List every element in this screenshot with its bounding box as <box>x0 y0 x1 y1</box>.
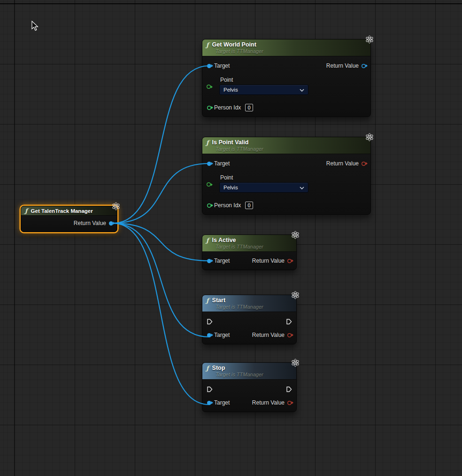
person-idx-input[interactable]: 0 <box>245 202 253 209</box>
wire-to-is-point-valid <box>113 164 209 223</box>
return-value-pin-label: Return Value <box>252 332 285 338</box>
wire-to-get-world-point <box>113 66 209 223</box>
node-get-world-point[interactable]: ƒ Get World Point Target is TTManager Ta… <box>202 39 371 117</box>
node-subtitle: Target is TTManager <box>216 244 293 250</box>
return-value-pin-label: Return Value <box>326 160 359 167</box>
node-header: ƒ Stop Target is TTManager <box>202 363 296 380</box>
target-pin-label: Target <box>214 332 230 338</box>
target-pin-label: Target <box>214 258 230 264</box>
wire-to-is-active <box>113 223 209 261</box>
function-icon: ƒ <box>206 140 209 146</box>
node-title: Stop <box>212 365 225 371</box>
return-value-output-pin[interactable] <box>362 64 366 68</box>
node-header: ƒ Is Point Valid Target is TTManager <box>202 137 370 154</box>
target-input-pin[interactable] <box>207 64 211 68</box>
point-dropdown[interactable]: Pelvis <box>219 182 308 193</box>
target-pin-label: Target <box>214 399 230 406</box>
chevron-down-icon <box>300 185 304 190</box>
target-pin-label: Target <box>214 62 230 69</box>
return-value-output-pin[interactable] <box>287 259 292 263</box>
node-header: ƒ Is Active Target is TTManager <box>202 235 296 252</box>
function-icon: ƒ <box>25 208 28 214</box>
node-title: Start <box>212 297 225 304</box>
return-value-pin-label: Return Value <box>326 62 359 69</box>
function-icon: ƒ <box>206 365 209 371</box>
node-is-point-valid[interactable]: ƒ Is Point Valid Target is TTManager Tar… <box>202 137 371 215</box>
point-dropdown[interactable]: Pelvis <box>219 85 308 95</box>
node-is-active[interactable]: ƒ Is Active Target is TTManager Target R… <box>202 234 297 270</box>
return-value-output-pin[interactable] <box>287 333 292 337</box>
node-title: Get World Point <box>212 41 256 48</box>
chevron-down-icon <box>300 87 304 93</box>
atom-icon <box>112 202 120 211</box>
target-input-pin[interactable] <box>207 401 211 405</box>
node-stop[interactable]: ƒ Stop Target is TTManager Target <box>202 362 297 412</box>
return-value-output-pin[interactable] <box>287 401 292 405</box>
node-get-talentrack-manager[interactable]: ƒ Get TalenTrack Manager Return Value <box>21 206 117 232</box>
target-input-pin[interactable] <box>207 333 211 337</box>
node-subtitle: Target is TTManager <box>216 372 293 377</box>
target-input-pin[interactable] <box>207 259 211 263</box>
node-header: ƒ Get World Point Target is TTManager <box>202 39 370 56</box>
node-start[interactable]: ƒ Start Target is TTManager Target <box>202 295 297 344</box>
node-title: Is Active <box>212 237 236 243</box>
point-input-pin[interactable] <box>207 85 211 89</box>
node-header: ƒ Start Target is TTManager <box>202 295 296 312</box>
exec-in-pin[interactable] <box>207 319 213 325</box>
node-subtitle: Target is TTManager <box>216 146 367 152</box>
grid-origin-line-vertical <box>14 0 15 476</box>
return-value-pin-label: Return Value <box>74 220 106 226</box>
atom-icon <box>291 231 300 239</box>
wire-to-start <box>113 223 209 337</box>
point-dropdown-value: Pelvis <box>223 185 238 190</box>
function-icon: ƒ <box>206 237 209 243</box>
node-subtitle: Target is TTManager <box>216 304 293 310</box>
target-input-pin[interactable] <box>207 162 211 166</box>
node-title: Get TalenTrack Manager <box>31 208 93 214</box>
person-idx-input-pin[interactable] <box>207 203 211 208</box>
return-value-pin-label: Return Value <box>252 399 285 406</box>
exec-out-pin[interactable] <box>286 386 292 392</box>
exec-out-pin[interactable] <box>286 319 292 325</box>
blueprint-canvas[interactable]: ƒ Get World Point Target is TTManager Ta… <box>0 0 462 476</box>
atom-icon <box>291 359 300 367</box>
function-icon: ƒ <box>206 42 209 48</box>
person-idx-input-pin[interactable] <box>207 106 211 110</box>
return-value-output-pin[interactable] <box>362 162 366 166</box>
return-value-pin-label: Return Value <box>252 258 285 264</box>
function-icon: ƒ <box>206 297 209 304</box>
point-pin-label: Point <box>220 174 233 181</box>
return-value-output-pin[interactable] <box>109 221 113 226</box>
point-dropdown-value: Pelvis <box>223 87 238 93</box>
exec-in-pin[interactable] <box>207 386 213 392</box>
grid-origin-line-horizontal <box>0 3 462 4</box>
atom-icon <box>291 291 300 299</box>
atom-icon <box>365 133 374 141</box>
point-pin-label: Point <box>220 77 233 83</box>
point-input-pin[interactable] <box>207 182 211 187</box>
node-title: Is Point Valid <box>212 139 249 146</box>
person-idx-label: Person Idx <box>214 104 241 111</box>
atom-icon <box>365 35 374 44</box>
target-pin-label: Target <box>214 160 230 167</box>
mouse-cursor <box>31 21 40 32</box>
node-subtitle: Target is TTManager <box>216 48 367 54</box>
wire-to-stop <box>113 223 209 405</box>
node-header: ƒ Get TalenTrack Manager <box>21 206 117 216</box>
person-idx-label: Person Idx <box>214 202 241 209</box>
person-idx-input[interactable]: 0 <box>245 104 253 111</box>
